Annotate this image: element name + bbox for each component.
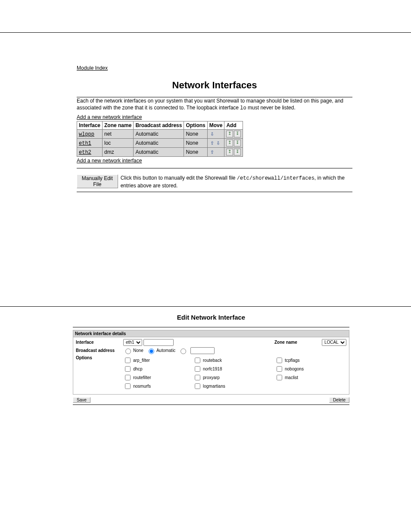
move-cell: ⇧⇩ bbox=[207, 139, 224, 148]
add-interface-link-bottom[interactable]: Add a new network interface bbox=[77, 158, 142, 164]
option-tcpflags[interactable]: tcpflags bbox=[275, 356, 335, 364]
option-routefilter[interactable]: routefilter bbox=[123, 373, 193, 382]
col-options: Options bbox=[184, 121, 207, 130]
broadcast-automatic-radio[interactable]: Automatic bbox=[146, 347, 175, 354]
table-row: eth2dmzAutomaticNone⇧↥↧ bbox=[77, 148, 243, 157]
add-below-icon[interactable]: ↧ bbox=[234, 131, 241, 137]
zone-select[interactable]: LOCAL bbox=[322, 339, 346, 346]
zone-label: Zone name bbox=[274, 340, 322, 345]
table-header-row: Interface Zone name Broadcast address Op… bbox=[77, 121, 243, 130]
interface-link[interactable]: wlppp bbox=[79, 131, 94, 137]
option-norfc1918[interactable]: norfc1918 bbox=[193, 365, 275, 373]
interface-label: Interface bbox=[76, 340, 123, 345]
options-cell: None bbox=[184, 130, 207, 139]
option-logmartians[interactable]: logmartians bbox=[193, 382, 275, 390]
divider bbox=[77, 168, 352, 168]
divider-top bbox=[0, 32, 411, 33]
add-above-icon[interactable]: ↥ bbox=[226, 140, 233, 146]
col-move: Move bbox=[207, 121, 224, 130]
details-header: Network interface details bbox=[73, 330, 349, 337]
move-up-icon[interactable]: ⇧ bbox=[209, 140, 215, 146]
option-nosmurfs[interactable]: nosmurfs bbox=[123, 382, 193, 390]
add-below-icon[interactable]: ↧ bbox=[234, 149, 241, 156]
move-up-icon[interactable]: ⇧ bbox=[209, 149, 215, 156]
zone-cell: dmz bbox=[103, 148, 134, 157]
broadcast-custom-radio[interactable] bbox=[178, 347, 187, 354]
move-cell: ⇩ bbox=[207, 130, 224, 139]
broadcast-cell: Automatic bbox=[134, 130, 184, 139]
broadcast-none-radio[interactable]: None bbox=[123, 347, 143, 354]
save-button[interactable]: Save bbox=[73, 397, 90, 403]
col-add: Add bbox=[224, 121, 243, 130]
interface-link[interactable]: eth1 bbox=[79, 140, 91, 146]
delete-button[interactable]: Delete bbox=[329, 397, 349, 403]
manual-edit-description: Click this button to manually edit the S… bbox=[121, 174, 352, 189]
description-text: Each of the network interfaces on your s… bbox=[77, 97, 352, 112]
col-broadcast: Broadcast address bbox=[134, 121, 184, 130]
broadcast-cell: Automatic bbox=[134, 148, 184, 157]
option-arp_filter[interactable]: arp_filter bbox=[123, 356, 193, 364]
add-cell: ↥↧ bbox=[224, 130, 243, 139]
add-cell: ↥↧ bbox=[224, 148, 243, 157]
edit-page-title: Edit Network Interface bbox=[73, 314, 349, 321]
option-proxyarp[interactable]: proxyarp bbox=[193, 373, 275, 382]
options-cell: None bbox=[184, 148, 207, 157]
options-cell: None bbox=[184, 139, 207, 148]
table-row: wlpppnetAutomaticNone⇩↥↧ bbox=[77, 130, 243, 139]
move-down-icon[interactable]: ⇩ bbox=[215, 140, 221, 146]
divider bbox=[73, 404, 349, 405]
zone-cell: net bbox=[103, 130, 134, 139]
option-maclist[interactable]: maclist bbox=[275, 373, 335, 382]
add-below-icon[interactable]: ↧ bbox=[234, 140, 241, 146]
broadcast-custom-input[interactable] bbox=[190, 347, 215, 354]
option-dhcp[interactable]: dhcp bbox=[123, 365, 193, 373]
move-cell: ⇧ bbox=[207, 148, 224, 157]
interfaces-table: Interface Zone name Broadcast address Op… bbox=[77, 121, 243, 157]
col-interface: Interface bbox=[77, 121, 103, 130]
add-cell: ↥↧ bbox=[224, 139, 243, 148]
details-box: Network interface details Interface eth1… bbox=[73, 330, 349, 395]
module-index-link[interactable]: Module Index bbox=[77, 65, 108, 71]
interface-select[interactable]: eth1 bbox=[123, 339, 142, 346]
add-above-icon[interactable]: ↥ bbox=[226, 149, 233, 156]
interface-link[interactable]: eth2 bbox=[79, 149, 91, 156]
move-down-icon[interactable]: ⇩ bbox=[209, 131, 215, 137]
interface-text-input[interactable] bbox=[143, 339, 174, 346]
add-interface-link-top[interactable]: Add a new network interface bbox=[77, 114, 142, 120]
manually-edit-file-button[interactable]: Manually Edit File bbox=[77, 174, 118, 188]
table-row: eth1locAutomaticNone⇧⇩↥↧ bbox=[77, 139, 243, 148]
option-routeback[interactable]: routeback bbox=[193, 356, 275, 364]
divider-mid bbox=[0, 306, 411, 307]
edit-interface-panel: Edit Network Interface Network interface… bbox=[73, 314, 349, 405]
add-above-icon[interactable]: ↥ bbox=[226, 131, 233, 137]
broadcast-cell: Automatic bbox=[134, 139, 184, 148]
option-nobogons[interactable]: nobogons bbox=[275, 365, 335, 373]
zone-cell: loc bbox=[103, 139, 134, 148]
network-interfaces-panel: Module Index Network Interfaces Each of … bbox=[77, 65, 352, 192]
col-zone: Zone name bbox=[103, 121, 134, 130]
options-label: Options bbox=[76, 355, 123, 360]
broadcast-label: Broadcast address bbox=[76, 348, 123, 353]
